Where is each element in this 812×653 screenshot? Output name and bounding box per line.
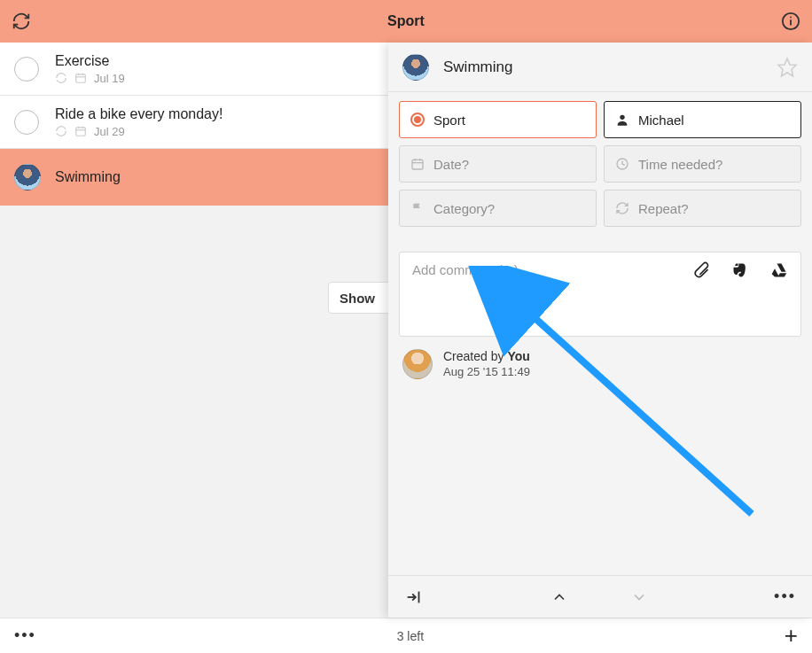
time-placeholder: Time needed? [638, 157, 722, 172]
list-field[interactable]: Sport [399, 101, 597, 138]
task-title: Exercise [55, 53, 125, 69]
creator-avatar [402, 349, 433, 379]
radio-icon [410, 113, 425, 127]
google-drive-icon [770, 261, 788, 279]
repeat-placeholder: Repeat? [638, 201, 689, 216]
show-more-label: Show [340, 291, 375, 306]
attach-button[interactable] [692, 261, 710, 279]
task-checkbox[interactable] [14, 57, 39, 82]
repeat-icon [615, 201, 629, 215]
evernote-button[interactable] [731, 261, 749, 279]
calendar-icon [410, 157, 425, 171]
comment-placeholder: Add comment (↩) [412, 262, 692, 278]
time-field[interactable]: Time needed? [604, 145, 801, 183]
created-by-prefix: Created by [443, 349, 507, 363]
svg-marker-11 [778, 58, 796, 76]
created-info: Created by You Aug 25 '15 11:49 [388, 337, 812, 392]
evernote-icon [731, 261, 749, 279]
comment-box[interactable]: Add comment (↩) [399, 252, 801, 337]
person-icon [615, 113, 629, 127]
bottom-bar: ••• 3 left + [0, 618, 812, 653]
created-date: Aug 25 '15 11:49 [443, 365, 530, 379]
repeat-icon [55, 125, 67, 137]
detail-panel: Swimming Sport Michael [388, 43, 812, 618]
drive-button[interactable] [770, 261, 788, 279]
assignee-field[interactable]: Michael [604, 101, 801, 138]
assignee-avatar [402, 54, 429, 81]
date-field[interactable]: Date? [399, 145, 597, 183]
remaining-count: 3 left [397, 629, 424, 643]
detail-title[interactable]: Swimming [443, 58, 777, 76]
detail-more-button[interactable]: ••• [774, 587, 796, 606]
created-by-who: You [507, 349, 529, 363]
task-meta: Jul 29 [55, 125, 223, 138]
calendar-icon [74, 125, 87, 137]
info-button[interactable] [769, 0, 812, 43]
repeat-field[interactable]: Repeat? [604, 190, 801, 227]
prev-button[interactable] [550, 588, 568, 606]
paperclip-icon [692, 261, 710, 279]
chevron-up-icon [550, 588, 568, 606]
detail-bottom-bar: ••• [388, 575, 812, 618]
sync-icon [12, 12, 31, 31]
indent-button[interactable] [404, 587, 424, 607]
detail-header: Swimming [388, 43, 812, 92]
star-button[interactable] [777, 57, 798, 78]
task-checkbox[interactable] [14, 110, 39, 135]
add-task-button[interactable]: + [785, 622, 798, 649]
page-title: Sport [43, 13, 769, 29]
list-label: Sport [433, 113, 465, 128]
task-date: Jul 19 [94, 72, 125, 85]
info-icon [781, 12, 800, 31]
next-button[interactable] [630, 588, 648, 606]
svg-point-2 [790, 17, 792, 19]
task-date: Jul 29 [94, 125, 125, 138]
task-meta: Jul 19 [55, 72, 125, 85]
category-field[interactable]: Category? [399, 190, 597, 227]
svg-rect-3 [76, 74, 86, 82]
task-title: Swimming [55, 169, 121, 185]
assignee-label: Michael [638, 113, 684, 128]
repeat-icon [55, 72, 67, 84]
assignee-avatar [14, 164, 41, 190]
detail-fields: Sport Michael Date? [388, 92, 812, 243]
calendar-icon [74, 72, 87, 84]
date-placeholder: Date? [433, 157, 469, 172]
svg-rect-13 [412, 159, 423, 169]
more-menu-button[interactable]: ••• [14, 626, 36, 645]
sync-button[interactable] [0, 0, 43, 43]
flag-icon [410, 201, 425, 215]
category-placeholder: Category? [433, 201, 495, 216]
header: Sport [0, 0, 812, 43]
indent-icon [404, 587, 424, 607]
task-title: Ride a bike every monday! [55, 106, 223, 122]
star-icon [777, 57, 798, 78]
svg-point-12 [620, 115, 624, 120]
chevron-down-icon [630, 588, 648, 606]
clock-icon [615, 157, 629, 171]
svg-rect-7 [76, 128, 86, 136]
